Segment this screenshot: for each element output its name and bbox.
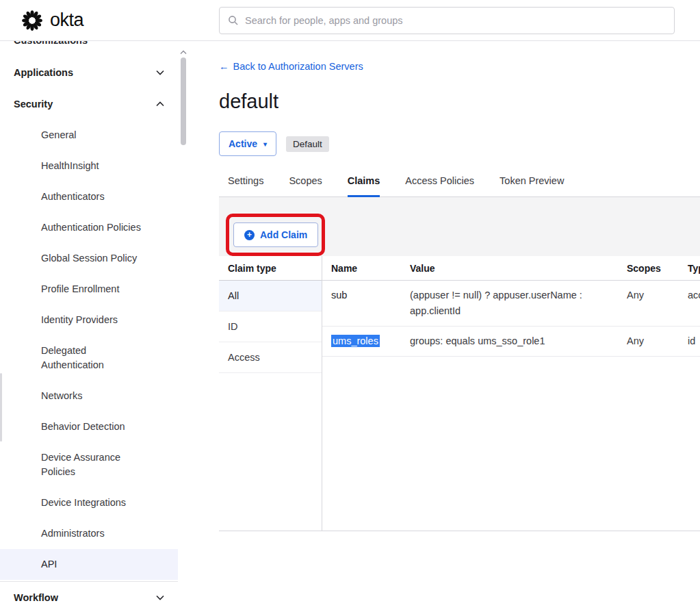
left-sidebar: Customizations Applications Security Gen… <box>0 41 189 612</box>
claim-type: id <box>679 327 700 356</box>
claim-name[interactable]: sub <box>322 281 401 326</box>
okta-logo[interactable]: okta <box>21 9 83 32</box>
claim-value: (appuser != null) ? appuser.userName : a… <box>401 281 618 326</box>
claim-type-header: Claim type <box>219 256 322 281</box>
claims-panel: Claim type All ID Access Name Value Scop… <box>219 256 700 531</box>
okta-burst-icon <box>21 9 44 32</box>
sidebar-section-workflow[interactable]: Workflow <box>0 582 178 612</box>
claim-type: access <box>679 281 700 326</box>
chevron-up-icon <box>156 101 164 107</box>
sidebar-section-applications[interactable]: Applications <box>0 57 178 88</box>
sidebar-item-api[interactable]: API <box>0 549 178 580</box>
selected-text-highlight: ums_roles <box>331 335 380 347</box>
page-title: default <box>219 90 700 113</box>
add-claim-button[interactable]: + Add Claim <box>233 222 318 247</box>
sidebar-section-label: Workflow <box>14 592 58 603</box>
sidebar-item-networks[interactable]: Networks <box>0 381 178 411</box>
caret-down-icon: ▾ <box>263 140 267 148</box>
okta-logo-text: okta <box>50 10 83 31</box>
sidebar-item-global-session-policy[interactable]: Global Session Policy <box>0 243 178 274</box>
claims-table: Name Value Scopes Type sub (appuser != n… <box>322 256 700 531</box>
claim-scopes: Any <box>618 281 679 326</box>
sidebar-section-label: Security <box>14 99 53 110</box>
sidebar-item-administrators[interactable]: Administrators <box>0 518 178 549</box>
claim-type-option-id[interactable]: ID <box>219 311 322 342</box>
back-to-authorization-servers-link[interactable]: ← Back to Authorization Servers <box>219 61 363 72</box>
global-search[interactable] <box>219 7 675 34</box>
sidebar-item-delegated-authentication[interactable]: Delegated Authentication <box>0 335 178 381</box>
active-status-dropdown[interactable]: Active ▾ <box>219 131 276 156</box>
back-arrow-icon: ← <box>219 61 229 72</box>
claims-table-header: Name Value Scopes Type <box>322 256 700 281</box>
default-badge: Default <box>286 136 329 152</box>
tab-claims[interactable]: Claims <box>348 175 380 196</box>
sidebar-item-profile-enrollment[interactable]: Profile Enrollment <box>0 274 178 305</box>
left-edge-scrollbar[interactable] <box>0 373 2 442</box>
sidebar-item-device-integrations[interactable]: Device Integrations <box>0 487 178 518</box>
security-subnav: General HealthInsight Authenticators Aut… <box>0 120 178 580</box>
sidebar-item-authenticators[interactable]: Authenticators <box>0 181 178 212</box>
table-row: sub (appuser != null) ? appuser.userName… <box>322 281 700 327</box>
sidebar-item-behavior-detection[interactable]: Behavior Detection <box>0 411 178 442</box>
main-content: ← Back to Authorization Servers default … <box>189 41 700 612</box>
chevron-down-icon <box>156 70 164 75</box>
table-row: ums_roles groups: equals ums_sso_role1 A… <box>322 327 700 357</box>
claim-name[interactable]: ums_roles <box>322 327 401 356</box>
column-header-scopes: Scopes <box>618 256 679 280</box>
claim-type-option-all[interactable]: All <box>219 281 322 311</box>
claim-value: groups: equals ums_sso_role1 <box>401 327 618 356</box>
sidebar-item-authentication-policies[interactable]: Authentication Policies <box>0 212 178 243</box>
sidebar-item-identity-providers[interactable]: Identity Providers <box>0 305 178 335</box>
sidebar-item-customizations-clipped[interactable]: Customizations <box>0 41 178 50</box>
sidebar-item-healthinsight[interactable]: HealthInsight <box>0 151 178 181</box>
tab-scopes[interactable]: Scopes <box>289 175 322 196</box>
claim-type-option-access[interactable]: Access <box>219 342 322 373</box>
top-header: okta <box>0 0 700 41</box>
claim-scopes: Any <box>618 327 679 356</box>
claims-toolbar: + Add Claim <box>219 197 700 256</box>
tab-settings[interactable]: Settings <box>228 175 263 196</box>
column-header-value: Value <box>401 256 618 280</box>
sidebar-section-security[interactable]: Security <box>0 88 178 120</box>
column-header-type: Type <box>679 256 700 280</box>
scrollbar-up-icon[interactable] <box>180 45 187 58</box>
sidebar-scrollbar[interactable] <box>179 41 188 612</box>
sidebar-section-label: Applications <box>14 67 73 78</box>
sidebar-item-general[interactable]: General <box>0 120 178 151</box>
search-input[interactable] <box>245 15 666 26</box>
sidebar-item-device-assurance-policies[interactable]: Device Assurance Policies <box>0 442 178 487</box>
plus-icon: + <box>244 230 255 240</box>
scrollbar-thumb[interactable] <box>181 58 186 145</box>
claim-type-filter: Claim type All ID Access <box>219 256 322 531</box>
column-header-name: Name <box>322 256 401 280</box>
tab-bar: Settings Scopes Claims Access Policies T… <box>219 175 700 197</box>
search-icon <box>228 15 239 26</box>
tab-token-preview[interactable]: Token Preview <box>500 175 564 196</box>
tab-access-policies[interactable]: Access Policies <box>405 175 474 196</box>
chevron-down-icon <box>156 595 164 600</box>
